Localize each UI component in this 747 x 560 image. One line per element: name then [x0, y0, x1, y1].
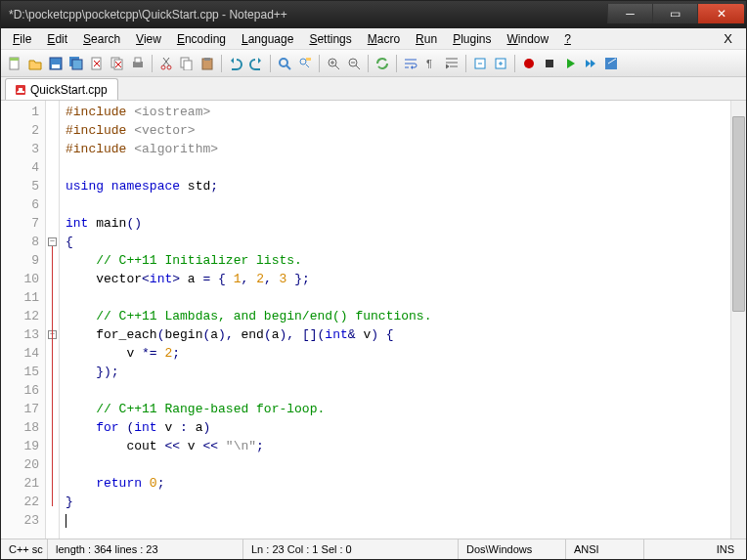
wordwrap-button[interactable] [401, 54, 420, 73]
line-number[interactable]: 7 [1, 214, 39, 233]
code-line[interactable] [66, 195, 740, 214]
find-button[interactable] [275, 54, 294, 73]
menu-window[interactable]: Window [500, 30, 557, 48]
print-button[interactable] [128, 54, 148, 73]
line-number[interactable]: 13 [1, 325, 39, 344]
line-number[interactable]: 10 [1, 270, 39, 288]
fastplay-button[interactable] [581, 54, 600, 73]
code-line[interactable] [66, 381, 740, 400]
close-button[interactable] [87, 54, 107, 73]
line-number[interactable]: 9 [1, 251, 39, 270]
menu-help[interactable]: ? [556, 30, 579, 48]
menu-run[interactable]: Run [408, 30, 445, 48]
code-line[interactable] [66, 511, 740, 530]
code-line[interactable]: cout << v << "\n"; [66, 437, 740, 455]
menu-plugins[interactable]: Plugins [445, 30, 499, 48]
saveall-button[interactable] [66, 54, 86, 73]
line-number[interactable]: 16 [1, 381, 39, 400]
menu-encoding[interactable]: Encoding [169, 30, 234, 48]
code-line[interactable] [66, 288, 740, 307]
code-line[interactable]: #include <algorithm> [66, 140, 740, 158]
fold-gutter[interactable]: −− [46, 101, 60, 538]
code-line[interactable]: // C++11 Initializer lists. [66, 251, 740, 270]
stop-button[interactable] [540, 54, 559, 73]
unfoldall-button[interactable] [491, 54, 510, 73]
line-number[interactable]: 6 [1, 195, 39, 214]
tab-quickstart[interactable]: QuickStart.cpp [5, 78, 118, 100]
undo-button[interactable] [226, 54, 245, 73]
menu-language[interactable]: Language [234, 30, 301, 48]
menu-search[interactable]: Search [75, 30, 128, 48]
code-line[interactable] [66, 455, 740, 474]
savemacro-button[interactable] [601, 54, 621, 73]
fold-toggle[interactable]: − [48, 237, 57, 246]
line-number[interactable]: 20 [1, 455, 39, 474]
zoomin-button[interactable] [324, 54, 343, 73]
line-number[interactable]: 15 [1, 363, 39, 381]
menu-file[interactable]: File [5, 30, 39, 48]
line-number[interactable]: 3 [1, 140, 39, 158]
code-line[interactable]: int main() [66, 214, 740, 233]
sync-button[interactable] [373, 54, 392, 73]
code-line[interactable]: for_each(begin(a), end(a), [](int& v) { [66, 325, 740, 344]
scrollbar-thumb[interactable] [732, 116, 745, 312]
foldall-button[interactable] [470, 54, 490, 73]
minimize-button[interactable]: ─ [607, 4, 652, 23]
close-button[interactable]: ✕ [697, 4, 744, 23]
code-line[interactable]: } [66, 493, 740, 511]
zoomout-button[interactable] [344, 54, 364, 73]
replace-button[interactable] [295, 54, 315, 73]
line-number[interactable]: 4 [1, 158, 39, 177]
line-number[interactable]: 5 [1, 177, 39, 195]
line-number[interactable]: 21 [1, 474, 39, 493]
code-line[interactable]: #include <vector> [66, 121, 740, 140]
code-line[interactable]: { [66, 233, 740, 251]
code-line[interactable] [66, 158, 740, 177]
line-number[interactable]: 19 [1, 437, 39, 455]
line-number[interactable]: 12 [1, 307, 39, 325]
new-button[interactable] [5, 54, 24, 73]
code-line[interactable]: for (int v : a) [66, 418, 740, 437]
line-number[interactable]: 2 [1, 121, 39, 140]
line-number[interactable]: 23 [1, 511, 39, 530]
line-number-gutter[interactable]: 1234567891011121314151617181920212223 [1, 101, 46, 538]
indent-button[interactable] [442, 54, 461, 73]
menu-view[interactable]: View [128, 30, 169, 48]
line-number[interactable]: 8 [1, 233, 39, 251]
line-number[interactable]: 14 [1, 344, 39, 363]
closeall-button[interactable] [108, 54, 127, 73]
menu-edit[interactable]: Edit [39, 30, 75, 48]
code-area[interactable]: #include <iostream>#include <vector>#inc… [60, 101, 746, 538]
titlebar[interactable]: *D:\pocketcpp\pocketcpp\QuickStart.cpp -… [1, 1, 746, 28]
code-line[interactable]: using namespace std; [66, 177, 740, 195]
line-number[interactable]: 17 [1, 400, 39, 418]
paste-button[interactable] [198, 54, 217, 73]
code-line[interactable]: vector<int> a = { 1, 2, 3 }; [66, 270, 740, 288]
allchars-button[interactable]: ¶ [421, 54, 441, 73]
code-line[interactable]: // C++11 Range-based for-loop. [66, 400, 740, 418]
line-number[interactable]: 18 [1, 418, 39, 437]
vertical-scrollbar[interactable] [730, 101, 746, 538]
copy-button[interactable] [177, 54, 197, 73]
code-line[interactable]: // C++11 Lambdas, and begin/end() functi… [66, 307, 740, 325]
line-number[interactable]: 22 [1, 493, 39, 511]
line-number[interactable]: 1 [1, 103, 39, 121]
open-button[interactable] [25, 54, 45, 73]
line-number[interactable]: 11 [1, 288, 39, 307]
redo-button[interactable] [246, 54, 266, 73]
code-line[interactable]: }); [66, 363, 740, 381]
code-line[interactable]: #include <iostream> [66, 103, 740, 121]
svg-rect-19 [306, 58, 311, 61]
play-button[interactable] [560, 54, 580, 73]
save-button[interactable] [46, 54, 66, 73]
status-eol: Dos\Windows [459, 539, 566, 559]
menu-macro[interactable]: Macro [360, 30, 408, 48]
code-line[interactable]: return 0; [66, 474, 740, 493]
record-button[interactable] [519, 54, 539, 73]
maximize-button[interactable]: ▭ [652, 4, 697, 23]
plugin-x-button[interactable]: X [714, 31, 742, 46]
code-line[interactable]: v *= 2; [66, 344, 740, 363]
editor[interactable]: 1234567891011121314151617181920212223 −−… [1, 101, 746, 538]
cut-button[interactable] [156, 54, 176, 73]
menu-settings[interactable]: Settings [301, 30, 359, 48]
